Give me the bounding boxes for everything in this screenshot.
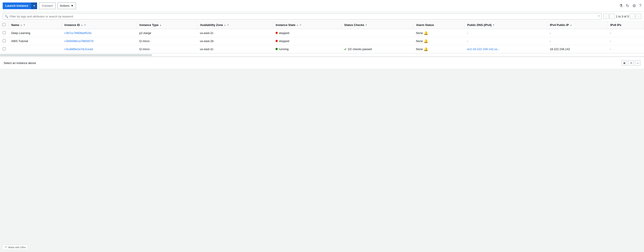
pagination-next[interactable]: ›	[630, 14, 635, 19]
col-header-ipv6[interactable]: IPv6 IPs	[607, 21, 644, 29]
row-az: us-east-2c	[197, 45, 273, 53]
running-dot	[276, 48, 278, 50]
row-instance-id[interactable]: i-067cc78908ebf52fa	[62, 29, 136, 37]
launch-instance-dropdown[interactable]: ▼	[31, 3, 37, 9]
row-state: running	[273, 45, 342, 53]
flask-icon[interactable]: ⚗	[619, 3, 623, 8]
table-row[interactable]: Deep Learningi-067cc78908ebf52fap2.xlarg…	[0, 29, 644, 37]
alarm-text: None	[416, 39, 423, 43]
search-help-icon[interactable]: ?	[598, 15, 600, 18]
row-checkbox-cell[interactable]	[0, 45, 8, 53]
row-name: AWS Tutorial	[8, 37, 62, 45]
col-header-public-dns[interactable]: Public DNS (IPv4) ▼	[464, 21, 547, 29]
table-row[interactable]: AWS Tutoriali-059408b1a79800079t2.microu…	[0, 37, 644, 45]
alarm-text: None	[416, 47, 423, 51]
search-container[interactable]: 🔍 ?	[3, 13, 602, 20]
row-az: us-east-2c	[197, 29, 273, 37]
state-text: running	[279, 47, 288, 51]
col-header-instance-id[interactable]: Instance ID ▲▼	[62, 21, 136, 29]
state-text: stopped	[279, 31, 289, 35]
pagination-text: 1 to 3 of 3	[616, 15, 629, 18]
search-row: 🔍 ? ⟪ ‹ 1 to 3 of 3 › ⟫	[0, 12, 644, 21]
bottom-panel: Select an instance above ▣ ⊟ ▭	[0, 56, 644, 69]
state-text: stopped	[279, 39, 289, 43]
col-header-status-checks[interactable]: Status Checks ▼	[342, 21, 413, 29]
row-ipv4: 18.222.158.142	[547, 45, 607, 53]
settings-icon[interactable]: ⚙	[632, 3, 636, 8]
col-header-ipv4[interactable]: IPv4 Public IP ▲	[547, 21, 607, 29]
scrollbar-area[interactable]	[0, 53, 644, 56]
row-alarm-status: None🔔	[413, 29, 464, 37]
actions-dropdown-icon: ▼	[71, 4, 74, 7]
search-input[interactable]	[10, 15, 598, 18]
table-row[interactable]: i-0ca689e2a7dc2ceadt2.microus-east-2crun…	[0, 45, 644, 53]
row-instance-type: t2.micro	[136, 45, 197, 53]
row-checkbox-cell[interactable]	[0, 29, 8, 37]
select-instance-text: Select an instance above	[4, 61, 36, 65]
row-name: Deep Learning	[8, 29, 62, 37]
row-checkbox-cell[interactable]	[0, 37, 8, 45]
launch-instance-button[interactable]: Launch Instance ▼	[3, 3, 37, 9]
row-ipv6: -	[607, 37, 644, 45]
launch-instance-main[interactable]: Launch Instance	[3, 3, 31, 9]
col-header-instance-type[interactable]: Instance Type ▲	[136, 21, 197, 29]
row-az: us-east-2b	[197, 37, 273, 45]
connect-button[interactable]: Connect	[39, 3, 56, 9]
row-instance-id[interactable]: i-0ca689e2a7dc2cead	[62, 45, 136, 53]
row-public-dns: -	[464, 29, 547, 37]
instances-table: Name ▲▼ Instance ID ▲▼ Instance Type ▲ A…	[0, 21, 644, 53]
row-ipv4: -	[547, 29, 607, 37]
search-icon: 🔍	[5, 15, 8, 18]
col-header-az[interactable]: Availability Zone ▲▼	[197, 21, 273, 29]
table-header-row: Name ▲▼ Instance ID ▲▼ Instance Type ▲ A…	[0, 21, 644, 29]
stopped-dot	[276, 32, 278, 34]
row-ipv4: -	[547, 37, 607, 45]
toolbar-right-icons: ⚗ ↻ ⚙ ?	[619, 3, 641, 8]
panel-split-vertical[interactable]: ▣	[622, 60, 627, 66]
row-instance-id[interactable]: i-059408b1a79800079	[62, 37, 136, 45]
row-ipv6: -	[607, 29, 644, 37]
row-checkbox[interactable]	[3, 31, 6, 34]
alarm-bell-icon[interactable]: 🔔	[424, 39, 428, 43]
row-alarm-status: None🔔	[413, 45, 464, 53]
row-status-checks: ✔2/2 checks passed	[342, 45, 413, 53]
check-icon: ✔	[344, 47, 347, 51]
col-header-name[interactable]: Name ▲▼	[8, 21, 62, 29]
row-state: stopped	[273, 37, 342, 45]
col-header-state[interactable]: Instance State ▲▼	[273, 21, 342, 29]
alarm-text: None	[416, 31, 423, 35]
toolbar: Launch Instance ▼ Connect Actions ▼ ⚗ ↻ …	[0, 0, 644, 12]
panel-split-horizontal[interactable]: ⊟	[628, 60, 634, 66]
row-state: stopped	[273, 29, 342, 37]
select-all-checkbox[interactable]	[2, 23, 5, 26]
refresh-icon[interactable]: ↻	[626, 3, 629, 8]
row-public-dns: -	[464, 37, 547, 45]
row-checkbox[interactable]	[3, 47, 6, 50]
actions-button[interactable]: Actions ▼	[58, 3, 76, 9]
row-instance-type: p2.xlarge	[136, 29, 197, 37]
row-name	[8, 45, 62, 53]
row-instance-type: t2.micro	[136, 37, 197, 45]
panel-full[interactable]: ▭	[635, 60, 640, 66]
actions-label: Actions	[60, 4, 70, 7]
panel-controls: ▣ ⊟ ▭	[622, 60, 640, 66]
alarm-bell-icon[interactable]: 🔔	[424, 31, 428, 35]
alarm-bell-icon[interactable]: 🔔	[424, 47, 428, 51]
scrollbar-track[interactable]	[0, 54, 152, 56]
row-ipv6: -	[607, 45, 644, 53]
row-checkbox[interactable]	[3, 39, 6, 42]
select-all-header[interactable]	[0, 21, 8, 29]
col-header-alarm-status[interactable]: Alarm Status	[413, 21, 464, 29]
pagination-first[interactable]: ⟪	[603, 14, 609, 19]
row-status-checks	[342, 29, 413, 37]
stopped-dot	[276, 40, 278, 42]
help-icon[interactable]: ?	[639, 3, 641, 8]
row-status-checks	[342, 37, 413, 45]
pagination: ⟪ ‹ 1 to 3 of 3 › ⟫	[603, 14, 641, 19]
pagination-prev[interactable]: ‹	[610, 14, 615, 19]
check-text: 2/2 checks passed	[348, 47, 372, 51]
row-alarm-status: None🔔	[413, 37, 464, 45]
pagination-last[interactable]: ⟫	[636, 14, 641, 19]
row-public-dns: ec2-18-222-158-142.us...	[464, 45, 547, 53]
instances-table-container: Name ▲▼ Instance ID ▲▼ Instance Type ▲ A…	[0, 21, 644, 53]
